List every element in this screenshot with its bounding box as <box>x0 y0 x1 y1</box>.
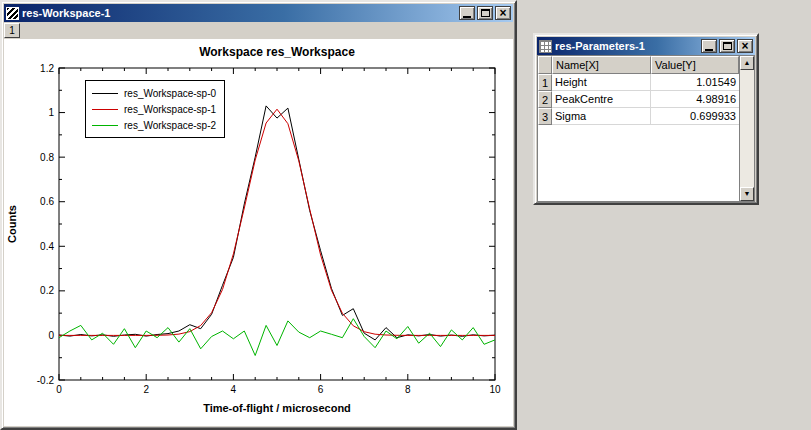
scroll-up-button[interactable]: ▲ <box>740 56 754 70</box>
legend-entry: res_Workspace-sp-1 <box>92 101 216 117</box>
legend-line-sample <box>92 125 118 126</box>
parameters-window-controls: × <box>701 39 753 53</box>
minimize-icon <box>705 49 713 51</box>
x-tick-label: 2 <box>143 384 149 395</box>
x-tick-label: 8 <box>405 384 411 395</box>
table-header-row: Name[X] Value[Y] <box>538 56 739 74</box>
cell-value-2[interactable]: 4.98916 <box>651 91 739 108</box>
x-axis-label: Time-of-flight / microsecond <box>203 402 351 414</box>
workspace-close-button[interactable]: × <box>495 6 511 20</box>
x-tick-label: 4 <box>231 384 237 395</box>
y-tick-label: 0.4 <box>40 241 54 252</box>
y-tick-label: 0.6 <box>40 196 54 207</box>
table-window-icon <box>539 40 552 53</box>
workspace-window-controls: × <box>459 6 511 20</box>
column-header-name[interactable]: Name[X] <box>552 56 651 74</box>
close-icon: × <box>499 8 506 18</box>
workspace-minimize-button[interactable] <box>459 6 475 20</box>
scroll-down-button[interactable]: ▼ <box>740 187 754 201</box>
minimize-icon <box>463 16 471 18</box>
legend-line-sample <box>92 109 118 110</box>
cell-value-3[interactable]: 0.699933 <box>651 108 739 125</box>
workspace-window-title: res-Workspace-1 <box>22 7 456 19</box>
table-row: 3 Sigma 0.699933 <box>538 108 739 125</box>
series-1-line[interactable] <box>59 109 495 335</box>
layer-toolbar: 1 <box>4 22 513 39</box>
series-0-line[interactable] <box>59 106 495 340</box>
table-row: 2 PeakCentre 4.98916 <box>538 91 739 108</box>
chart-title: Workspace res_Workspace <box>199 45 355 59</box>
graph-window-icon <box>6 7 19 20</box>
y-tick-label: 0 <box>48 330 54 341</box>
parameters-minimize-button[interactable] <box>701 39 717 53</box>
table-corner-cell <box>538 56 552 74</box>
vertical-scrollbar[interactable]: ▲ ▼ <box>739 56 754 201</box>
legend-entry: res_Workspace-sp-0 <box>92 85 216 101</box>
legend-line-sample <box>92 93 118 94</box>
table-row: 1 Height 1.01549 <box>538 74 739 91</box>
cell-name-2[interactable]: PeakCentre <box>552 91 651 108</box>
close-icon: × <box>741 41 748 51</box>
legend-label: res_Workspace-sp-2 <box>124 120 216 131</box>
cell-name-1[interactable]: Height <box>552 74 651 91</box>
parameters-table: Name[X] Value[Y] 1 Height 1.01549 2 Peak… <box>537 55 755 202</box>
legend-entry: res_Workspace-sp-2 <box>92 117 216 133</box>
cell-name-3[interactable]: Sigma <box>552 108 651 125</box>
row-header-1[interactable]: 1 <box>538 74 552 91</box>
y-tick-label: 1.2 <box>40 63 54 74</box>
legend-label: res_Workspace-sp-1 <box>124 104 216 115</box>
workspace-maximize-button[interactable] <box>477 6 493 20</box>
layer-1-button[interactable]: 1 <box>4 23 20 38</box>
y-tick-label: 1 <box>48 107 54 118</box>
x-tick-label: 6 <box>318 384 324 395</box>
x-tick-label: 0 <box>56 384 62 395</box>
row-header-2[interactable]: 2 <box>538 91 552 108</box>
parameters-window: res-Parameters-1 × Name[X] Value[Y] 1 He… <box>533 33 759 205</box>
parameters-titlebar[interactable]: res-Parameters-1 × <box>537 37 755 55</box>
maximize-icon <box>723 42 732 50</box>
chart-svg[interactable]: 0246810-0.200.20.40.60.811.2Workspace re… <box>4 39 513 426</box>
workspace-titlebar[interactable]: res-Workspace-1 × <box>4 4 513 22</box>
parameters-close-button[interactable]: × <box>737 39 753 53</box>
table-empty-area <box>538 125 739 201</box>
cell-value-1[interactable]: 1.01549 <box>651 74 739 91</box>
row-header-3[interactable]: 3 <box>538 108 552 125</box>
plot-canvas[interactable]: 0246810-0.200.20.40.60.811.2Workspace re… <box>4 39 513 426</box>
y-axis-label: Counts <box>6 205 18 243</box>
x-tick-label: 10 <box>489 384 501 395</box>
column-header-value[interactable]: Value[Y] <box>651 56 739 74</box>
scrollbar-track[interactable] <box>740 70 754 187</box>
chart-legend[interactable]: res_Workspace-sp-0res_Workspace-sp-1res_… <box>85 80 225 138</box>
workspace-window: res-Workspace-1 × 1 0246810-0.200.20.40.… <box>0 0 517 430</box>
y-tick-label: 0.8 <box>40 152 54 163</box>
y-tick-label: -0.2 <box>37 375 55 386</box>
parameters-maximize-button[interactable] <box>719 39 735 53</box>
parameters-window-title: res-Parameters-1 <box>555 40 698 52</box>
series-2-line[interactable] <box>59 319 495 356</box>
table-grid: Name[X] Value[Y] 1 Height 1.01549 2 Peak… <box>538 56 739 201</box>
maximize-icon <box>481 9 490 17</box>
mdi-area: res-Workspace-1 × 1 0246810-0.200.20.40.… <box>0 0 811 430</box>
legend-label: res_Workspace-sp-0 <box>124 88 216 99</box>
y-tick-label: 0.2 <box>40 285 54 296</box>
